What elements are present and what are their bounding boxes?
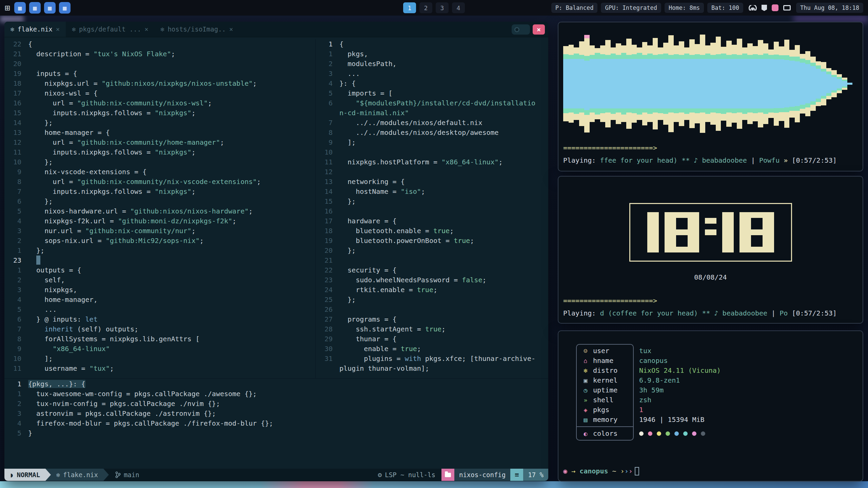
code-line[interactable]: 13 home-manager = { — [4, 128, 315, 138]
code-line[interactable]: 22{ — [4, 39, 315, 49]
code-line[interactable]: 21 — [316, 256, 548, 265]
code-line[interactable]: 20 }; — [316, 246, 548, 256]
code-line[interactable]: 19 inputs = { — [4, 69, 315, 79]
workspace-2[interactable]: 2 — [419, 2, 432, 13]
code-line[interactable]: 4}: { — [316, 79, 548, 88]
tab-close-icon[interactable]: × — [144, 24, 148, 34]
code-line[interactable]: 29 thunar = { — [316, 334, 548, 344]
tab-pkgs-default-[interactable]: ❄pkgs/default ...× — [66, 22, 154, 37]
code-line[interactable]: 5} — [4, 428, 548, 438]
editor-pane-bottom[interactable]: 1{pkgs, ...}: {1 tux-awesome-wm-config =… — [4, 378, 548, 438]
display-icon[interactable] — [783, 5, 791, 11]
code-line[interactable]: 18 bluetooth.enable = true; — [316, 226, 548, 236]
code-line[interactable]: 4 firefox-mod-blur = pkgs.callPackage ./… — [4, 419, 548, 428]
code-line[interactable]: 26 — [316, 305, 548, 314]
code-line[interactable]: 15 inputs.nixpkgs.follows = "nixpkgs"; — [4, 108, 315, 118]
app-icon-1[interactable]: ▦ — [14, 2, 26, 14]
code-line[interactable]: 21 description = "tux's NixOS Flake"; — [4, 49, 315, 59]
code-line[interactable]: 2 modulesPath, — [316, 59, 548, 69]
line-number: 28 — [316, 324, 339, 334]
code-line[interactable]: 14 hostName = "iso"; — [316, 187, 548, 197]
code-line[interactable]: 15 }; — [316, 197, 548, 206]
code-line[interactable]: 10 ]; — [4, 354, 315, 364]
code-line[interactable]: 1{pkgs, ...}: { — [4, 379, 548, 389]
code-line[interactable]: 12 — [316, 167, 548, 177]
code-line[interactable]: 30 enable = true; — [316, 344, 548, 354]
code-line[interactable]: 7 inherit (self) outputs; — [4, 324, 315, 334]
code-line[interactable]: 5 nixos-hardware.url = "github:nixos/nix… — [4, 206, 315, 216]
code-line[interactable]: 6 "${modulesPath}/installer/cd-dvd/insta… — [316, 98, 548, 108]
code-line[interactable]: 4 home-manager, — [4, 295, 315, 305]
code-line[interactable]: 9 ]; — [316, 138, 548, 147]
app-icon-4[interactable]: ▦ — [59, 2, 71, 14]
code-line[interactable]: 1 outputs = { — [4, 265, 315, 275]
code-line[interactable]: 9 nix-vscode-extensions = { — [4, 167, 315, 177]
code-line[interactable]: 1 pkgs, — [316, 49, 548, 59]
code-line[interactable]: 6 }; — [4, 197, 315, 206]
code-line[interactable]: 27 programs = { — [316, 314, 548, 324]
code-line[interactable]: 17 hardware = { — [316, 216, 548, 226]
code-line[interactable]: 3 ... — [316, 69, 548, 79]
code-line[interactable]: 5 ... — [4, 305, 315, 314]
code-line[interactable]: 12 url = "github:nix-community/home-mana… — [4, 138, 315, 147]
code-line[interactable]: 1 }; — [4, 246, 315, 256]
code-line[interactable]: 7 inputs.nixpkgs.follows = "nixpkgs"; — [4, 187, 315, 197]
editor-pane-right[interactable]: 1{1 pkgs,2 modulesPath,3 ...4}: {5 impor… — [316, 39, 548, 378]
code-line[interactable]: 17 nixos-wsl = { — [4, 88, 315, 98]
tab-flake-nix[interactable]: ❄flake.nix× — [4, 22, 66, 37]
code-line[interactable]: 3 nixpkgs, — [4, 285, 315, 295]
code-line[interactable]: 6 } @ inputs: let — [4, 314, 315, 324]
app-icon-2[interactable]: ▦ — [29, 2, 41, 14]
code-line[interactable]: 9 "x86_64-linux" — [4, 344, 315, 354]
code-line[interactable]: 8 ../../modules/nixos/desktop/awesome — [316, 128, 548, 138]
code-line[interactable]: 11 username = "tux"; — [4, 364, 315, 373]
code-line[interactable]: 10 }; — [4, 157, 315, 167]
code-line[interactable]: 4 nixpkgs-f2k.url = "github:moni-dz/nixp… — [4, 216, 315, 226]
code-line[interactable]: 18 nixpkgs.url = "github:nixos/nixpkgs/n… — [4, 79, 315, 88]
code-line[interactable]: plugin thunar-volman]; — [316, 364, 548, 373]
code-line[interactable]: 1 tux-awesome-wm-config = pkgs.callPacka… — [4, 389, 548, 399]
code-line[interactable]: 28 ssh.startAgent = true; — [316, 324, 548, 334]
code-line[interactable]: 14 }; — [4, 118, 315, 128]
toggle-button[interactable] — [512, 24, 530, 35]
launcher-icon[interactable]: ⊞ — [5, 3, 10, 12]
shield-icon[interactable] — [762, 5, 767, 11]
workspace-1[interactable]: 1 — [403, 2, 416, 13]
code-line[interactable]: 11 inputs.nixpkgs.follows = "nixpkgs"; — [4, 147, 315, 157]
code-line[interactable]: 5 imports = [ — [316, 88, 548, 98]
prompt-line[interactable]: ◉ → canopus ~ ››› — [563, 466, 858, 476]
code-line[interactable]: 23 sudo.wheelNeedsPassword = false; — [316, 275, 548, 285]
code-line[interactable]: 11 nixpkgs.hostPlatform = "x86_64-linux"… — [316, 157, 548, 167]
code-line[interactable]: 2 sops-nix.url = "github:Mic92/sops-nix"… — [4, 236, 315, 246]
code-line[interactable]: 19 bluetooth.powerOnBoot = true; — [316, 236, 548, 246]
code-line[interactable]: 20 — [4, 59, 315, 69]
code-line[interactable]: 16 — [316, 206, 548, 216]
code-line[interactable]: 7 ../../modules/nixos/default.nix — [316, 118, 548, 128]
app-icon-3[interactable]: ▦ — [44, 2, 56, 14]
code-line[interactable]: 25 }; — [316, 295, 548, 305]
tab-close-icon[interactable]: × — [56, 24, 60, 34]
editor-pane-left[interactable]: 22{21 description = "tux's NixOS Flake";… — [4, 39, 316, 378]
code-line[interactable]: 8 url = "github:nix-community/nix-vscode… — [4, 177, 315, 187]
code-line[interactable]: 10 — [316, 147, 548, 157]
tab-close-icon[interactable]: × — [229, 24, 233, 34]
notification-icon[interactable] — [772, 4, 778, 11]
code-line[interactable]: 31 plugins = with pkgs.xfce; [thunar-arc… — [316, 354, 548, 364]
wifi-icon[interactable] — [749, 5, 757, 11]
code-line[interactable]: 3 nur.url = "github:nix-community/nur"; — [4, 226, 315, 236]
code-line[interactable]: 13 networking = { — [316, 177, 548, 187]
code-line[interactable]: 24 rtkit.enable = true; — [316, 285, 548, 295]
close-window-button[interactable]: × — [533, 24, 545, 35]
code-line[interactable]: 2 tux-nvim-config = pkgs.callPackage ./n… — [4, 399, 548, 409]
code-line[interactable]: 23 — [4, 256, 315, 265]
tab-hosts-isoimag-[interactable]: ❄hosts/isoImag..× — [155, 22, 239, 37]
code-line[interactable]: 22 security = { — [316, 265, 548, 275]
code-line[interactable]: 2 self, — [4, 275, 315, 285]
workspace-4[interactable]: 4 — [452, 2, 465, 13]
code-line[interactable]: 16 url = "github:nix-community/nixos-wsl… — [4, 98, 315, 108]
workspace-3[interactable]: 3 — [436, 2, 449, 13]
code-line[interactable]: n-cd-minimal.nix" — [316, 108, 548, 118]
code-line[interactable]: 8 forAllSystems = nixpkgs.lib.genAttrs [ — [4, 334, 315, 344]
code-line[interactable]: 3 astronvim = pkgs.callPackage ./astronv… — [4, 409, 548, 419]
code-line[interactable]: 1{ — [316, 39, 548, 49]
